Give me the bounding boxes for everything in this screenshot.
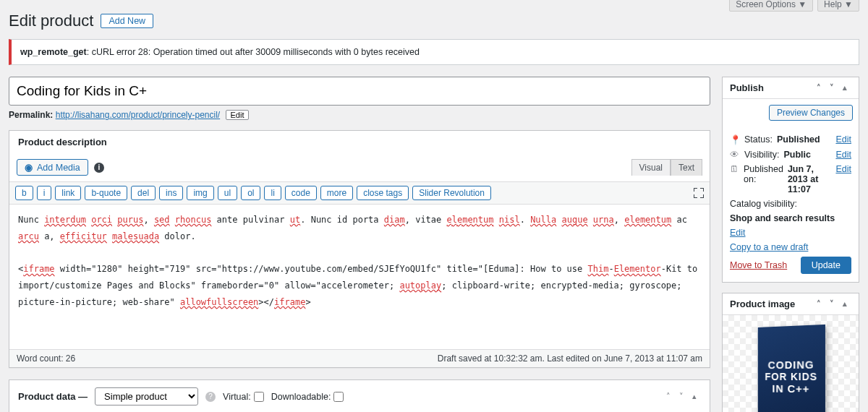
toolbar-i-button[interactable]: i	[37, 186, 52, 200]
published-value: Jun 7, 2013 at 11:07	[788, 164, 832, 194]
book-title-3: IN C++	[772, 382, 809, 395]
publish-toggle-icon[interactable]: ▴	[838, 83, 851, 93]
publish-heading: Publish	[730, 82, 764, 93]
notice-prefix: wp_remote_get	[20, 47, 87, 57]
virtual-checkbox-label: Virtual:	[223, 392, 264, 402]
publish-up-icon[interactable]: ˄	[812, 83, 825, 93]
eye-icon: 👁	[730, 150, 740, 160]
product-image-heading: Product image	[730, 299, 795, 309]
move-trash-link[interactable]: Move to Trash	[730, 260, 787, 270]
product-image-preview[interactable]: CODING FOR KIDS IN C++ BOB MATHER	[723, 315, 859, 412]
downloadable-checkbox[interactable]	[333, 392, 344, 402]
image-down-icon[interactable]: ˅	[825, 299, 838, 309]
status-label: Status:	[744, 134, 773, 145]
product-data-box: Product data — Simple product ? Virtual:…	[9, 379, 710, 412]
help-button[interactable]: Help ▼	[817, 0, 859, 12]
catalog-edit-link[interactable]: Edit	[730, 228, 746, 238]
toolbar-link-button[interactable]: link	[55, 186, 81, 200]
product-image-box: Product image ˄ ˅ ▴ CODING FOR KIDS IN C…	[722, 293, 859, 412]
downloadable-checkbox-label: Downloadable:	[271, 392, 344, 402]
visibility-value: Public	[783, 150, 811, 160]
toolbar-code-button[interactable]: code	[285, 186, 317, 200]
toolbar-close-tags-button[interactable]: close tags	[357, 186, 409, 200]
permalink-base[interactable]: http://lisahang.com/product/	[56, 110, 162, 120]
update-button[interactable]: Update	[801, 257, 851, 274]
permalink-slug[interactable]: princely-pencil/	[162, 110, 220, 120]
image-up-icon[interactable]: ˄	[812, 299, 825, 309]
catalog-value: Shop and search results	[730, 213, 835, 223]
book-title-1: CODING	[768, 358, 814, 371]
toolbar-b-button[interactable]: b	[15, 186, 33, 200]
page-title: Edit product	[9, 12, 93, 30]
box-toggle-icon[interactable]: ▴	[688, 392, 701, 401]
pin-icon: 📍	[730, 134, 740, 145]
permalink-label: Permalink:	[9, 110, 53, 120]
toolbar-ol-button[interactable]: ol	[241, 186, 260, 200]
box-up-icon[interactable]: ˄	[662, 392, 675, 401]
calendar-icon: 🗓	[730, 164, 739, 174]
add-media-label: Add Media	[37, 163, 80, 173]
info-icon[interactable]: i	[94, 163, 104, 173]
fullscreen-icon[interactable]	[694, 188, 704, 198]
book-cover: CODING FOR KIDS IN C++ BOB MATHER	[758, 325, 825, 412]
camera-icon: ◉	[25, 162, 33, 173]
box-down-icon[interactable]: ˅	[675, 392, 688, 401]
product-description-box: Product description ◉ Add Media i Visual…	[9, 130, 710, 368]
save-status: Draft saved at 10:32:32 am. Last edited …	[438, 353, 702, 364]
content-editor[interactable]: Nunc interdum orci purus, sed rhoncus an…	[9, 205, 710, 349]
description-heading: Product description	[18, 137, 107, 147]
editor-toolbar: bilinkb-quotedelinsimgulollicodemoreclos…	[9, 181, 710, 205]
product-data-label: Product data —	[18, 391, 88, 402]
published-edit-link[interactable]: Edit	[835, 164, 851, 174]
status-value: Published	[777, 134, 820, 145]
help-icon[interactable]: ?	[205, 392, 216, 402]
toolbar-del-button[interactable]: del	[131, 186, 156, 200]
published-label: Published on:	[744, 164, 783, 184]
add-new-button[interactable]: Add New	[101, 14, 153, 28]
toolbar-ins-button[interactable]: ins	[159, 186, 183, 200]
toolbar-Slider-Revolution-button[interactable]: Slider Revolution	[412, 186, 491, 200]
error-notice: wp_remote_get: cURL error 28: Operation …	[9, 39, 859, 65]
copy-draft-link[interactable]: Copy to a new draft	[730, 242, 808, 252]
toolbar-img-button[interactable]: img	[187, 186, 213, 200]
permalink-edit-button[interactable]: Edit	[226, 110, 250, 120]
publish-box: Publish ˄ ˅ ▴ Preview Changes 📍 Status: …	[722, 77, 859, 283]
toolbar-li-button[interactable]: li	[264, 186, 281, 200]
product-title-input[interactable]	[9, 77, 710, 106]
visibility-edit-link[interactable]: Edit	[835, 150, 851, 160]
preview-changes-button[interactable]: Preview Changes	[769, 105, 853, 121]
virtual-checkbox[interactable]	[254, 392, 264, 402]
catalog-label: Catalog visibility:	[730, 199, 797, 209]
product-type-select[interactable]: Simple product	[95, 387, 198, 405]
book-title-2: FOR KIDS	[765, 371, 817, 382]
status-edit-link[interactable]: Edit	[835, 134, 851, 145]
word-count: Word count: 26	[17, 353, 75, 364]
toolbar-b-quote-button[interactable]: b-quote	[85, 186, 127, 200]
add-media-button[interactable]: ◉ Add Media	[17, 159, 88, 176]
toolbar-more-button[interactable]: more	[320, 186, 353, 200]
toolbar-ul-button[interactable]: ul	[218, 186, 237, 200]
publish-down-icon[interactable]: ˅	[825, 83, 838, 93]
image-toggle-icon[interactable]: ▴	[838, 299, 851, 309]
notice-message: : cURL error 28: Operation timed out aft…	[87, 47, 420, 57]
visibility-label: Visibility:	[744, 150, 779, 160]
screen-options-button[interactable]: Screen Options ▼	[729, 0, 813, 12]
text-tab[interactable]: Text	[671, 159, 702, 176]
visual-tab[interactable]: Visual	[631, 159, 671, 176]
